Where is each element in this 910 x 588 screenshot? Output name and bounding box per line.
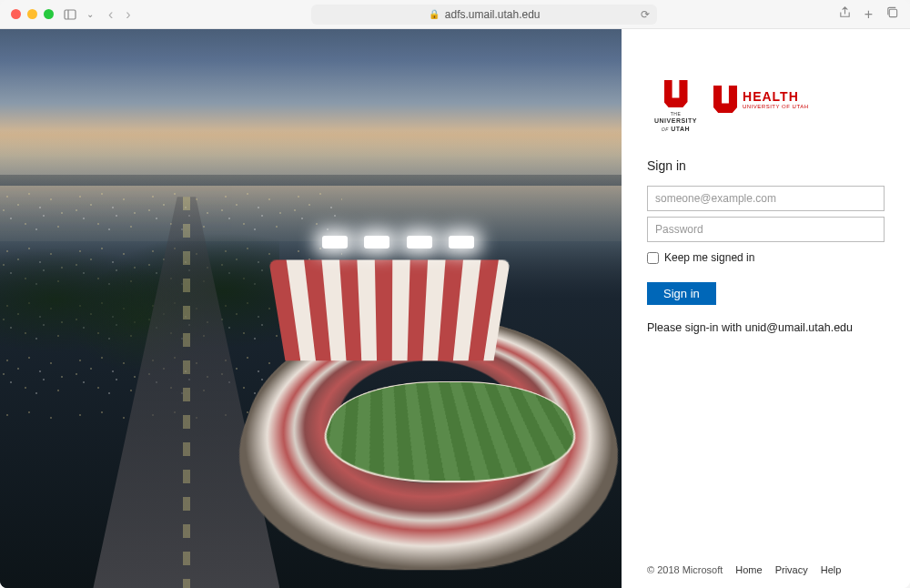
- svg-rect-0: [65, 10, 76, 19]
- signin-panel: THE UNIVERSITY OF UTAH HEALTH UNIVERSITY…: [622, 29, 910, 588]
- page-content: THE UNIVERSITY OF UTAH HEALTH UNIVERSITY…: [0, 29, 910, 588]
- health-subtitle: UNIVERSITY OF UTAH: [743, 104, 808, 109]
- footer: © 2018 Microsoft Home Privacy Help: [647, 564, 885, 575]
- username-input[interactable]: [647, 186, 885, 211]
- back-button[interactable]: ‹: [108, 7, 113, 22]
- hero-image: [0, 29, 622, 588]
- logo-university: UNIVERSITY: [654, 117, 697, 124]
- logo-utah: UTAH: [671, 126, 690, 132]
- chevron-down-icon[interactable]: ⌄: [86, 9, 94, 19]
- footer-link-help[interactable]: Help: [821, 564, 842, 575]
- maximize-window-button[interactable]: [44, 9, 54, 19]
- keep-signed-in-label[interactable]: Keep me signed in: [664, 251, 754, 264]
- keep-signed-in-row: Keep me signed in: [647, 251, 885, 264]
- footer-link-privacy[interactable]: Privacy: [775, 564, 808, 575]
- window-controls: [11, 9, 54, 19]
- svg-rect-2: [889, 9, 896, 16]
- logo-row: THE UNIVERSITY OF UTAH HEALTH UNIVERSITY…: [654, 80, 885, 133]
- u-logo-icon: [664, 80, 688, 107]
- lock-icon: 🔒: [429, 9, 440, 19]
- footer-link-home[interactable]: Home: [735, 564, 762, 575]
- forward-button[interactable]: ›: [126, 7, 130, 22]
- browser-right-tools: +: [838, 5, 899, 23]
- minimize-window-button[interactable]: [27, 9, 37, 19]
- signin-button[interactable]: Sign in: [647, 282, 716, 305]
- copyright-text: © 2018 Microsoft: [647, 564, 723, 575]
- password-input[interactable]: [647, 217, 885, 242]
- u-health-logo-icon: [713, 86, 737, 113]
- tabs-icon[interactable]: [885, 5, 899, 23]
- logo-of: OF: [662, 127, 669, 132]
- navigation-arrows: ‹ ›: [108, 7, 131, 22]
- university-of-utah-logo: THE UNIVERSITY OF UTAH: [654, 80, 697, 133]
- sidebar-toggle-icon[interactable]: [63, 7, 77, 22]
- address-bar[interactable]: 🔒 adfs.umail.utah.edu ⟳: [311, 5, 657, 25]
- url-text: adfs.umail.utah.edu: [445, 8, 541, 21]
- health-title: HEALTH: [743, 89, 808, 104]
- share-icon[interactable]: [838, 5, 852, 23]
- signin-heading: Sign in: [647, 158, 885, 173]
- browser-toolbar: ⌄ ‹ › 🔒 adfs.umail.utah.edu ⟳ +: [0, 0, 910, 29]
- logo-the: THE: [671, 111, 682, 117]
- close-window-button[interactable]: [11, 9, 21, 19]
- reload-icon[interactable]: ⟳: [641, 8, 650, 21]
- signin-help-text: Please sign-in with unid@umail.utah.edu: [647, 321, 885, 334]
- new-tab-icon[interactable]: +: [864, 7, 873, 22]
- keep-signed-in-checkbox[interactable]: [647, 252, 659, 264]
- utah-health-logo: HEALTH UNIVERSITY OF UTAH: [713, 86, 808, 113]
